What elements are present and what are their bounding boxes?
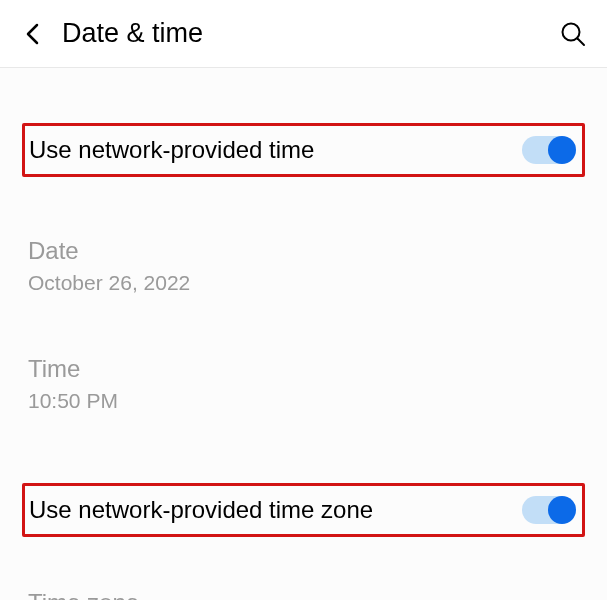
network-time-row[interactable]: Use network-provided time — [22, 123, 585, 177]
network-timezone-toggle[interactable] — [522, 496, 574, 524]
time-title: Time — [28, 355, 579, 383]
network-time-label: Use network-provided time — [29, 136, 522, 164]
timezone-row: Time zone GMT+05:30 India Standard Time — [0, 571, 607, 600]
network-timezone-row[interactable]: Use network-provided time zone — [22, 483, 585, 537]
back-icon[interactable] — [20, 22, 44, 46]
toggle-knob — [548, 136, 576, 164]
date-row: Date October 26, 2022 — [0, 219, 607, 313]
content-area: Use network-provided time Date October 2… — [0, 68, 607, 600]
date-value: October 26, 2022 — [28, 271, 579, 295]
timezone-title: Time zone — [28, 589, 579, 600]
time-value: 10:50 PM — [28, 389, 579, 413]
search-icon[interactable] — [559, 20, 587, 48]
date-title: Date — [28, 237, 579, 265]
page-title: Date & time — [62, 18, 559, 49]
time-row: Time 10:50 PM — [0, 337, 607, 431]
header-bar: Date & time — [0, 0, 607, 68]
network-time-toggle[interactable] — [522, 136, 574, 164]
network-timezone-label: Use network-provided time zone — [29, 496, 522, 524]
svg-line-1 — [578, 38, 585, 45]
toggle-knob — [548, 496, 576, 524]
